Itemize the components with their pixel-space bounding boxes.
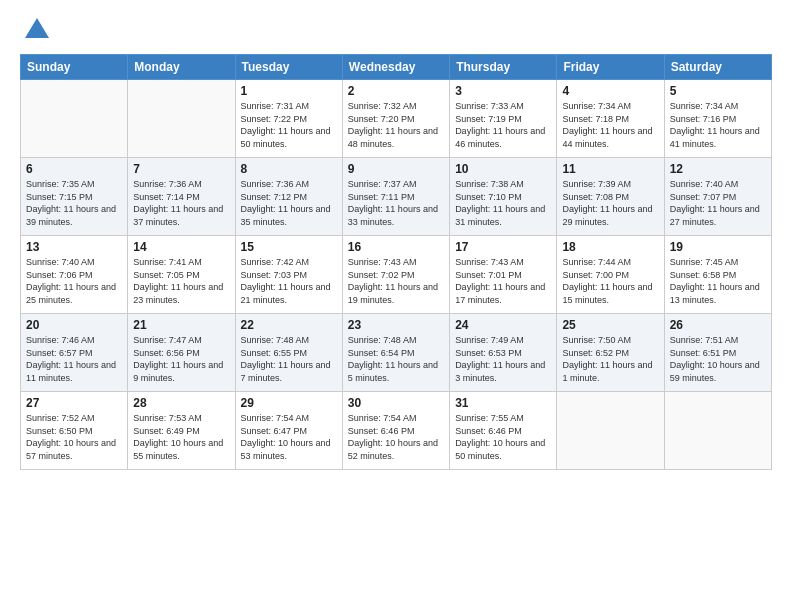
day-header-saturday: Saturday <box>664 55 771 80</box>
calendar-cell: 3Sunrise: 7:33 AMSunset: 7:19 PMDaylight… <box>450 80 557 158</box>
day-number: 17 <box>455 240 551 254</box>
calendar-week-2: 6Sunrise: 7:35 AMSunset: 7:15 PMDaylight… <box>21 158 772 236</box>
calendar-cell: 15Sunrise: 7:42 AMSunset: 7:03 PMDayligh… <box>235 236 342 314</box>
day-header-tuesday: Tuesday <box>235 55 342 80</box>
day-info: Sunrise: 7:51 AMSunset: 6:51 PMDaylight:… <box>670 334 766 384</box>
day-number: 22 <box>241 318 337 332</box>
calendar-week-3: 13Sunrise: 7:40 AMSunset: 7:06 PMDayligh… <box>21 236 772 314</box>
day-header-monday: Monday <box>128 55 235 80</box>
day-header-sunday: Sunday <box>21 55 128 80</box>
day-number: 18 <box>562 240 658 254</box>
day-number: 20 <box>26 318 122 332</box>
day-info: Sunrise: 7:34 AMSunset: 7:18 PMDaylight:… <box>562 100 658 150</box>
day-info: Sunrise: 7:36 AMSunset: 7:14 PMDaylight:… <box>133 178 229 228</box>
day-number: 12 <box>670 162 766 176</box>
svg-marker-0 <box>25 18 49 38</box>
day-info: Sunrise: 7:48 AMSunset: 6:54 PMDaylight:… <box>348 334 444 384</box>
day-number: 31 <box>455 396 551 410</box>
day-number: 6 <box>26 162 122 176</box>
calendar-cell: 29Sunrise: 7:54 AMSunset: 6:47 PMDayligh… <box>235 392 342 470</box>
day-info: Sunrise: 7:54 AMSunset: 6:47 PMDaylight:… <box>241 412 337 462</box>
calendar-week-1: 1Sunrise: 7:31 AMSunset: 7:22 PMDaylight… <box>21 80 772 158</box>
calendar-cell: 18Sunrise: 7:44 AMSunset: 7:00 PMDayligh… <box>557 236 664 314</box>
calendar-cell: 12Sunrise: 7:40 AMSunset: 7:07 PMDayligh… <box>664 158 771 236</box>
day-header-wednesday: Wednesday <box>342 55 449 80</box>
day-number: 13 <box>26 240 122 254</box>
day-info: Sunrise: 7:43 AMSunset: 7:01 PMDaylight:… <box>455 256 551 306</box>
day-number: 9 <box>348 162 444 176</box>
day-number: 5 <box>670 84 766 98</box>
day-number: 15 <box>241 240 337 254</box>
day-info: Sunrise: 7:47 AMSunset: 6:56 PMDaylight:… <box>133 334 229 384</box>
day-header-friday: Friday <box>557 55 664 80</box>
day-info: Sunrise: 7:48 AMSunset: 6:55 PMDaylight:… <box>241 334 337 384</box>
day-info: Sunrise: 7:41 AMSunset: 7:05 PMDaylight:… <box>133 256 229 306</box>
calendar-cell: 5Sunrise: 7:34 AMSunset: 7:16 PMDaylight… <box>664 80 771 158</box>
calendar-cell: 24Sunrise: 7:49 AMSunset: 6:53 PMDayligh… <box>450 314 557 392</box>
day-info: Sunrise: 7:38 AMSunset: 7:10 PMDaylight:… <box>455 178 551 228</box>
day-info: Sunrise: 7:35 AMSunset: 7:15 PMDaylight:… <box>26 178 122 228</box>
day-number: 8 <box>241 162 337 176</box>
day-info: Sunrise: 7:45 AMSunset: 6:58 PMDaylight:… <box>670 256 766 306</box>
calendar-cell <box>128 80 235 158</box>
day-info: Sunrise: 7:55 AMSunset: 6:46 PMDaylight:… <box>455 412 551 462</box>
day-number: 26 <box>670 318 766 332</box>
day-number: 28 <box>133 396 229 410</box>
day-number: 4 <box>562 84 658 98</box>
day-info: Sunrise: 7:42 AMSunset: 7:03 PMDaylight:… <box>241 256 337 306</box>
calendar-cell: 26Sunrise: 7:51 AMSunset: 6:51 PMDayligh… <box>664 314 771 392</box>
calendar-cell: 27Sunrise: 7:52 AMSunset: 6:50 PMDayligh… <box>21 392 128 470</box>
calendar-cell: 30Sunrise: 7:54 AMSunset: 6:46 PMDayligh… <box>342 392 449 470</box>
day-number: 19 <box>670 240 766 254</box>
day-info: Sunrise: 7:37 AMSunset: 7:11 PMDaylight:… <box>348 178 444 228</box>
day-info: Sunrise: 7:50 AMSunset: 6:52 PMDaylight:… <box>562 334 658 384</box>
day-number: 1 <box>241 84 337 98</box>
page: SundayMondayTuesdayWednesdayThursdayFrid… <box>0 0 792 612</box>
day-number: 14 <box>133 240 229 254</box>
day-info: Sunrise: 7:32 AMSunset: 7:20 PMDaylight:… <box>348 100 444 150</box>
calendar-cell <box>557 392 664 470</box>
calendar-cell: 9Sunrise: 7:37 AMSunset: 7:11 PMDaylight… <box>342 158 449 236</box>
calendar-cell: 21Sunrise: 7:47 AMSunset: 6:56 PMDayligh… <box>128 314 235 392</box>
day-number: 16 <box>348 240 444 254</box>
day-number: 29 <box>241 396 337 410</box>
calendar-cell: 16Sunrise: 7:43 AMSunset: 7:02 PMDayligh… <box>342 236 449 314</box>
calendar-week-5: 27Sunrise: 7:52 AMSunset: 6:50 PMDayligh… <box>21 392 772 470</box>
calendar-cell: 17Sunrise: 7:43 AMSunset: 7:01 PMDayligh… <box>450 236 557 314</box>
day-info: Sunrise: 7:40 AMSunset: 7:06 PMDaylight:… <box>26 256 122 306</box>
calendar-cell: 31Sunrise: 7:55 AMSunset: 6:46 PMDayligh… <box>450 392 557 470</box>
logo <box>20 16 51 44</box>
calendar-week-4: 20Sunrise: 7:46 AMSunset: 6:57 PMDayligh… <box>21 314 772 392</box>
calendar-cell: 19Sunrise: 7:45 AMSunset: 6:58 PMDayligh… <box>664 236 771 314</box>
calendar-cell: 10Sunrise: 7:38 AMSunset: 7:10 PMDayligh… <box>450 158 557 236</box>
calendar-cell: 25Sunrise: 7:50 AMSunset: 6:52 PMDayligh… <box>557 314 664 392</box>
logo-icon <box>23 16 51 44</box>
day-number: 3 <box>455 84 551 98</box>
day-number: 23 <box>348 318 444 332</box>
day-header-thursday: Thursday <box>450 55 557 80</box>
day-info: Sunrise: 7:33 AMSunset: 7:19 PMDaylight:… <box>455 100 551 150</box>
calendar-cell: 8Sunrise: 7:36 AMSunset: 7:12 PMDaylight… <box>235 158 342 236</box>
day-info: Sunrise: 7:49 AMSunset: 6:53 PMDaylight:… <box>455 334 551 384</box>
calendar-cell: 28Sunrise: 7:53 AMSunset: 6:49 PMDayligh… <box>128 392 235 470</box>
calendar-table: SundayMondayTuesdayWednesdayThursdayFrid… <box>20 54 772 470</box>
calendar-cell: 14Sunrise: 7:41 AMSunset: 7:05 PMDayligh… <box>128 236 235 314</box>
calendar-cell: 6Sunrise: 7:35 AMSunset: 7:15 PMDaylight… <box>21 158 128 236</box>
day-number: 11 <box>562 162 658 176</box>
day-number: 30 <box>348 396 444 410</box>
calendar-cell: 7Sunrise: 7:36 AMSunset: 7:14 PMDaylight… <box>128 158 235 236</box>
day-info: Sunrise: 7:46 AMSunset: 6:57 PMDaylight:… <box>26 334 122 384</box>
day-info: Sunrise: 7:34 AMSunset: 7:16 PMDaylight:… <box>670 100 766 150</box>
day-info: Sunrise: 7:43 AMSunset: 7:02 PMDaylight:… <box>348 256 444 306</box>
day-number: 2 <box>348 84 444 98</box>
day-info: Sunrise: 7:52 AMSunset: 6:50 PMDaylight:… <box>26 412 122 462</box>
day-number: 7 <box>133 162 229 176</box>
calendar-cell: 4Sunrise: 7:34 AMSunset: 7:18 PMDaylight… <box>557 80 664 158</box>
calendar-cell: 13Sunrise: 7:40 AMSunset: 7:06 PMDayligh… <box>21 236 128 314</box>
calendar-cell: 11Sunrise: 7:39 AMSunset: 7:08 PMDayligh… <box>557 158 664 236</box>
day-number: 21 <box>133 318 229 332</box>
calendar-cell <box>21 80 128 158</box>
day-number: 27 <box>26 396 122 410</box>
day-info: Sunrise: 7:53 AMSunset: 6:49 PMDaylight:… <box>133 412 229 462</box>
calendar-cell: 2Sunrise: 7:32 AMSunset: 7:20 PMDaylight… <box>342 80 449 158</box>
